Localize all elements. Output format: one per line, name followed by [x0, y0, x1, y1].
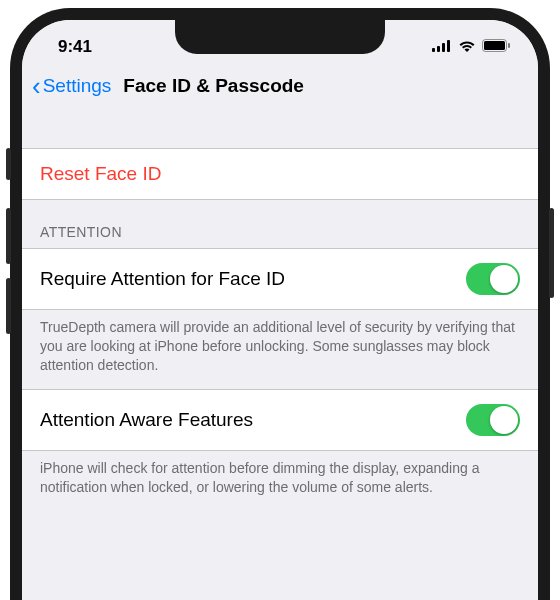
mute-switch — [6, 148, 11, 180]
screen: 9:41 — [22, 20, 538, 600]
nav-bar: ‹ Settings Face ID & Passcode — [22, 64, 538, 110]
device-frame: 9:41 — [10, 8, 550, 600]
attention-aware-toggle[interactable] — [466, 404, 520, 436]
battery-icon — [482, 38, 510, 56]
section-spacer — [22, 110, 538, 148]
page-title: Face ID & Passcode — [123, 75, 304, 97]
power-button — [549, 208, 554, 298]
attention-aware-footer: iPhone will check for attention before d… — [22, 451, 538, 511]
svg-rect-3 — [447, 40, 450, 52]
reset-face-id-label: Reset Face ID — [40, 163, 161, 185]
notch — [175, 20, 385, 54]
cellular-signal-icon — [432, 38, 452, 56]
require-attention-cell: Require Attention for Face ID — [22, 248, 538, 310]
attention-section-header: ATTENTION — [22, 200, 538, 248]
reset-face-id-cell[interactable]: Reset Face ID — [22, 148, 538, 200]
require-attention-label: Require Attention for Face ID — [40, 268, 285, 290]
svg-rect-0 — [432, 48, 435, 52]
require-attention-toggle[interactable] — [466, 263, 520, 295]
back-label: Settings — [43, 75, 112, 97]
svg-rect-2 — [442, 43, 445, 52]
status-time: 9:41 — [58, 37, 92, 57]
toggle-knob — [490, 265, 518, 293]
chevron-back-icon: ‹ — [32, 73, 41, 99]
status-icons — [432, 38, 510, 56]
volume-down-button — [6, 278, 11, 334]
svg-rect-6 — [508, 43, 510, 48]
svg-rect-5 — [484, 41, 505, 50]
require-attention-footer: TrueDepth camera will provide an additio… — [22, 310, 538, 389]
volume-up-button — [6, 208, 11, 264]
wifi-icon — [458, 38, 476, 56]
attention-aware-cell: Attention Aware Features — [22, 389, 538, 451]
toggle-knob — [490, 406, 518, 434]
attention-aware-label: Attention Aware Features — [40, 409, 253, 431]
back-button[interactable]: ‹ Settings — [32, 73, 111, 99]
svg-rect-1 — [437, 46, 440, 52]
